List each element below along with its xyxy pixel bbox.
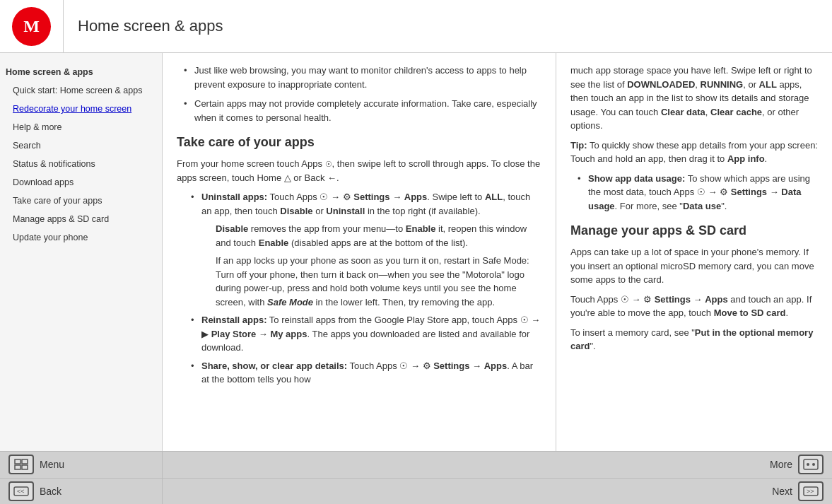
sidebar-item-search[interactable]: Search bbox=[0, 136, 162, 155]
nav-right: More Next >> bbox=[163, 452, 832, 504]
more-label: More bbox=[770, 459, 792, 470]
nav-left: Menu << Back bbox=[0, 452, 163, 504]
intro-bullet-1: Just like web browsing, you may want to … bbox=[184, 64, 541, 91]
right-bullet-list: Show app data usage: To show which apps … bbox=[578, 172, 818, 213]
safe-mode-block: If an app locks up your phone as soon as… bbox=[216, 254, 541, 309]
sidebar-item-manage-apps[interactable]: Manage apps & SD card bbox=[0, 210, 162, 228]
share-label: Share, show, or clear app details: bbox=[201, 361, 347, 371]
uninstall-label: Uninstall apps: bbox=[201, 192, 267, 202]
manage-apps-title: Manage your apps & SD card bbox=[570, 223, 818, 238]
manage-apps-text3: To insert a memory card, see "Put in the… bbox=[570, 326, 818, 353]
svg-rect-1 bbox=[22, 459, 28, 464]
menu-label: Menu bbox=[40, 459, 64, 470]
svg-point-7 bbox=[807, 463, 809, 466]
more-button[interactable]: More bbox=[163, 452, 832, 479]
menu-icon bbox=[8, 455, 34, 474]
middle-column: Just like web browsing, you may want to … bbox=[163, 53, 556, 451]
back-label: Back bbox=[40, 486, 61, 497]
sidebar-item-redecorate[interactable]: Redecorate your home screen bbox=[0, 100, 162, 118]
svg-rect-3 bbox=[22, 465, 28, 469]
reinstall-label: Reinstall apps: bbox=[201, 315, 266, 325]
sidebar-item-help-more[interactable]: Help & more bbox=[0, 118, 162, 136]
sidebar-item-home-screen-apps[interactable]: Home screen & apps bbox=[0, 63, 162, 81]
page-title: Home screen & apps bbox=[64, 17, 223, 35]
header: M Home screen & apps bbox=[0, 0, 832, 53]
sidebar-item-take-care[interactable]: Take care of your apps bbox=[0, 192, 162, 210]
next-icon: >> bbox=[798, 481, 824, 501]
svg-point-8 bbox=[812, 463, 815, 466]
sidebar-item-update-phone[interactable]: Update your phone bbox=[0, 228, 162, 247]
reinstall-bullet: Reinstall apps: To reinstall apps from t… bbox=[191, 313, 541, 355]
svg-text:<<: << bbox=[17, 488, 25, 495]
section1-intro: From your home screen touch Apps ☉, then… bbox=[177, 157, 541, 184]
tip-box: Tip: To quickly show these app details f… bbox=[570, 139, 818, 166]
intro-bullet-2: Certain apps may not provide completely … bbox=[184, 97, 541, 124]
share-bullet: Share, show, or clear app details: Touch… bbox=[191, 359, 541, 387]
back-icon: << bbox=[8, 481, 34, 501]
svg-rect-2 bbox=[15, 465, 20, 469]
sidebar-item-status-notifications[interactable]: Status & notifications bbox=[0, 155, 162, 173]
right-intro-text: much app storage space you have left. Sw… bbox=[570, 64, 818, 133]
disable-block: Disable removes the app from your menu—t… bbox=[216, 222, 541, 250]
sidebar: Home screen & apps Quick start: Home scr… bbox=[0, 53, 163, 451]
intro-bullet-list: Just like web browsing, you may want to … bbox=[184, 64, 541, 124]
manage-apps-text1: Apps can take up a lot of space in your … bbox=[570, 245, 818, 287]
logo-letter: M bbox=[23, 17, 40, 36]
more-icon bbox=[798, 455, 824, 474]
next-button[interactable]: Next >> bbox=[163, 479, 832, 505]
logo-container: M bbox=[0, 0, 64, 52]
motorola-logo: M bbox=[12, 7, 51, 46]
menu-button[interactable]: Menu bbox=[0, 452, 162, 479]
svg-rect-6 bbox=[804, 459, 818, 469]
next-label: Next bbox=[772, 486, 792, 497]
uninstall-bullet: Uninstall apps: Touch Apps ☉ → ⚙ Setting… bbox=[191, 190, 541, 309]
content-area: Just like web browsing, you may want to … bbox=[163, 53, 832, 451]
main-layout: Home screen & apps Quick start: Home scr… bbox=[0, 53, 832, 451]
bottom-nav: Menu << Back More Next bbox=[0, 451, 832, 504]
manage-apps-text2: Touch Apps ☉ → ⚙ Settings → Apps and tou… bbox=[570, 293, 818, 320]
show-app-data-bullet: Show app data usage: To show which apps … bbox=[578, 172, 818, 213]
svg-rect-0 bbox=[15, 459, 20, 464]
right-column: much app storage space you have left. Sw… bbox=[556, 53, 832, 451]
sidebar-content: Home screen & apps Quick start: Home scr… bbox=[0, 60, 162, 444]
sidebar-item-download-apps[interactable]: Download apps bbox=[0, 173, 162, 192]
sidebar-item-quick-start[interactable]: Quick start: Home screen & apps bbox=[0, 81, 162, 100]
back-button[interactable]: << Back bbox=[0, 479, 162, 505]
take-care-title: Take care of your apps bbox=[177, 135, 541, 150]
svg-text:>>: >> bbox=[807, 488, 814, 495]
